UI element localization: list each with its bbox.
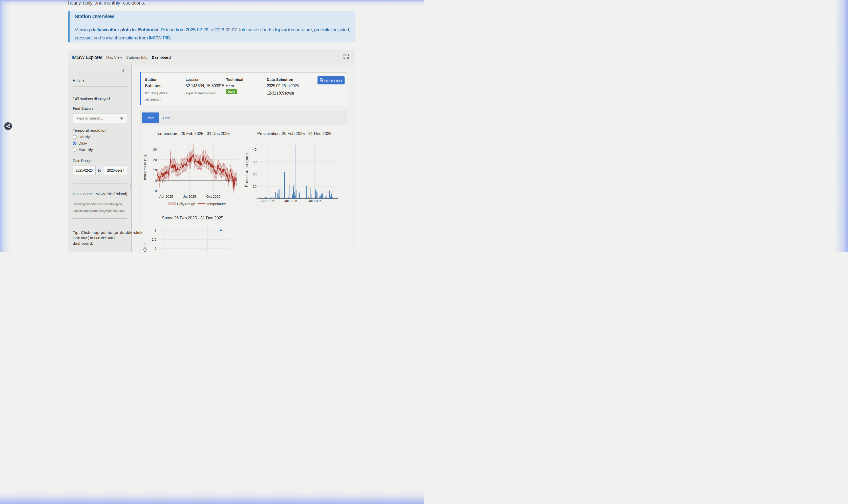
svg-text:Snow Depth (cm): Snow Depth (cm)	[143, 244, 147, 252]
svg-text:3: 3	[155, 229, 157, 232]
svg-text:10: 10	[153, 168, 157, 172]
svg-text:2.5: 2.5	[152, 238, 157, 241]
svg-text:Oct 2025: Oct 2025	[307, 199, 322, 203]
svg-text:30: 30	[153, 148, 157, 151]
svg-text:Oct 2025: Oct 2025	[206, 195, 221, 198]
svg-text:10: 10	[253, 184, 257, 188]
svg-text:Jul 2025: Jul 2025	[284, 199, 297, 203]
svg-text:Temperature (°C): Temperature (°C)	[143, 155, 147, 180]
svg-text:Daily Range: Daily Range	[177, 202, 195, 206]
svg-text:20: 20	[153, 158, 157, 162]
svg-text:Snow: 26 Feb 2025 - 31 Dec 202: Snow: 26 Feb 2025 - 31 Dec 2025	[162, 216, 223, 220]
svg-text:Precipitation (mm): Precipitation (mm)	[244, 153, 249, 187]
svg-text:Jul 2025: Jul 2025	[183, 195, 196, 198]
svg-text:20: 20	[253, 173, 257, 176]
svg-text:Temperature: Temperature	[207, 202, 226, 206]
svg-text:0: 0	[255, 197, 257, 201]
svg-text:Temperature: 26 Feb 2025 - 31: Temperature: 26 Feb 2025 - 31 Dec 2025	[156, 131, 230, 136]
svg-text:40: 40	[253, 148, 257, 151]
svg-text:30: 30	[253, 160, 257, 164]
svg-text:0: 0	[155, 179, 157, 182]
svg-text:2: 2	[155, 247, 157, 251]
svg-text:Precipitation: 26 Feb 2025 - 3: Precipitation: 26 Feb 2025 - 31 Dec 2025	[257, 131, 332, 136]
svg-text:Apr 2025: Apr 2025	[260, 199, 274, 203]
svg-text:−10: −10	[151, 189, 157, 193]
svg-text:Apr 2025: Apr 2025	[159, 195, 173, 198]
